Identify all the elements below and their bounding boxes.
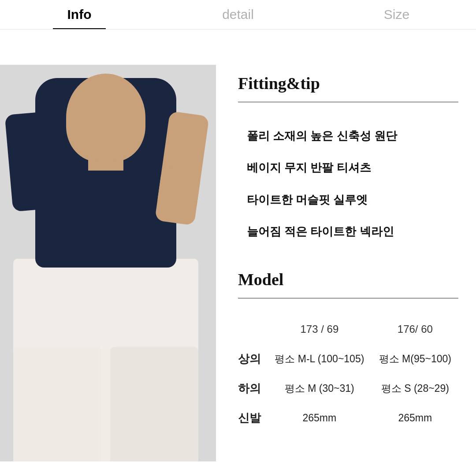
fitting-item-4: 늘어짐 적은 타이트한 넥라인 <box>238 216 458 247</box>
label-sangui: 상의 <box>238 342 267 374</box>
table-row-sangui: 상의 평소 M-L (100~105) 평소 M(95~100) <box>238 342 458 374</box>
pants-left-leg <box>13 347 101 461</box>
model-figure <box>0 65 216 461</box>
model-image-panel <box>0 65 216 461</box>
tab-info[interactable]: Info <box>0 0 159 29</box>
info-panel: Fitting&tip 폴리 소재의 높은 신축성 원단 베이지 무지 반팔 티… <box>216 65 476 461</box>
tab-size-label: Size <box>384 7 409 22</box>
table-row-shoes: 신발 265mm 265mm <box>238 403 458 433</box>
sangui-val-1: 평소 M-L (100~105) <box>267 342 372 374</box>
body-head <box>66 74 145 162</box>
tab-info-label: Info <box>67 7 92 22</box>
fitting-item-2: 베이지 무지 반팔 티셔츠 <box>238 152 458 183</box>
fitting-items: 폴리 소재의 높은 신축성 원단 베이지 무지 반팔 티셔츠 타이트한 머슬핏 … <box>238 120 458 248</box>
tab-detail-label: detail <box>222 7 254 22</box>
model-divider <box>238 298 458 298</box>
pants <box>13 259 198 461</box>
label-shoes: 신발 <box>238 403 267 433</box>
arm-left <box>5 112 53 212</box>
model-col-1: 173 / 69 <box>267 316 372 342</box>
fitting-item-3: 타이트한 머슬핏 실루엣 <box>238 184 458 216</box>
pants-right-leg <box>110 347 198 461</box>
arm-right <box>156 111 209 212</box>
table-row-haui: 하의 평소 M (30~31) 평소 S (28~29) <box>238 374 458 403</box>
shoes-val-2: 265mm <box>372 403 458 433</box>
tab-bar: Info detail Size <box>0 0 476 30</box>
label-haui: 하의 <box>238 374 267 403</box>
tab-size[interactable]: Size <box>317 0 476 29</box>
sangui-val-2: 평소 M(95~100) <box>372 342 458 374</box>
model-title: Model <box>238 270 458 289</box>
shoes-val-1: 265mm <box>267 403 372 433</box>
fitting-item-1: 폴리 소재의 높은 신축성 원단 <box>238 120 458 152</box>
fitting-title: Fitting&tip <box>238 74 458 93</box>
body-torso <box>35 78 176 268</box>
model-section: Model 173 / 69 176/ 60 상의 평소 M-L (100~10… <box>238 270 458 433</box>
haui-val-2: 평소 S (28~29) <box>372 374 458 403</box>
haui-val-1: 평소 M (30~31) <box>267 374 372 403</box>
model-col-2: 176/ 60 <box>372 316 458 342</box>
content-area: Fitting&tip 폴리 소재의 높은 신축성 원단 베이지 무지 반팔 티… <box>0 30 476 461</box>
arm-right-lower <box>155 168 201 226</box>
tab-detail[interactable]: detail <box>159 0 317 29</box>
model-table: 173 / 69 176/ 60 상의 평소 M-L (100~105) 평소 … <box>238 316 458 433</box>
fitting-section: Fitting&tip 폴리 소재의 높은 신축성 원단 베이지 무지 반팔 티… <box>238 74 458 248</box>
fitting-divider <box>238 102 458 102</box>
